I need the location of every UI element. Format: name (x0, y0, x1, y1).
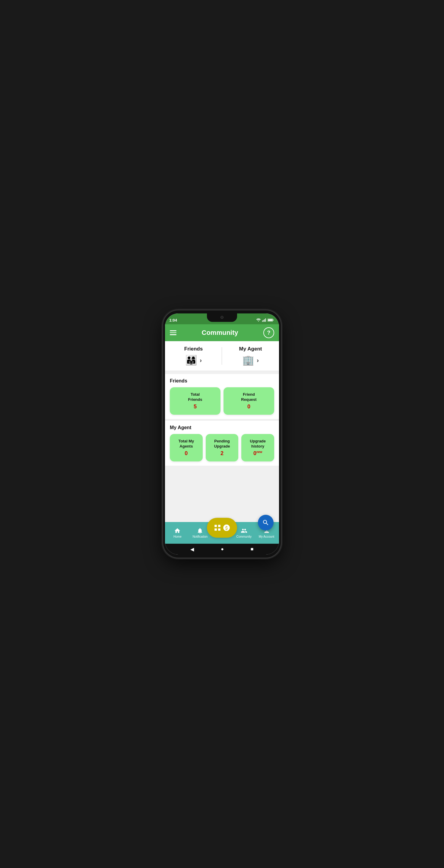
status-icons (256, 318, 273, 322)
agent-icon: 🏢 (242, 354, 254, 366)
wifi-icon (256, 318, 261, 322)
friend-request-value: 0 (247, 404, 250, 410)
nav-account-label: My Account (259, 535, 274, 538)
grid-icon (213, 524, 221, 532)
agent-arrow: › (257, 357, 259, 364)
agent-shortcut[interactable]: My Agent 🏢 › (222, 341, 279, 371)
svg-rect-0 (262, 320, 263, 321)
back-button[interactable]: ◀ (190, 547, 194, 552)
home-button[interactable]: ● (221, 547, 224, 552)
total-friends-label: TotalFriends (188, 392, 202, 402)
total-friends-card[interactable]: TotalFriends 5 (170, 387, 220, 415)
dollar-icon (223, 524, 231, 532)
app-bar-title: Community (202, 329, 238, 337)
phone-screen: 1:04 (165, 313, 279, 555)
phone-frame: 1:04 (163, 310, 281, 558)
agent-cards-row: Total MyAgents 0 PendingUpgrade 2 Upgrad… (170, 434, 274, 461)
bell-icon (197, 527, 203, 534)
grid-nav-item (213, 524, 221, 532)
friends-icon: 👨‍👩‍👧 (185, 354, 197, 366)
friends-shortcut-title: Friends (184, 346, 203, 352)
notch (207, 313, 237, 322)
signal-icon (262, 318, 266, 322)
svg-rect-1 (263, 320, 264, 321)
menu-button[interactable] (170, 330, 176, 335)
friends-cards-row: TotalFriends 5 FriendRequest 0 (170, 387, 274, 415)
help-icon: ? (267, 330, 271, 336)
total-agents-value: 0 (185, 450, 188, 457)
nav-home[interactable]: Home (166, 526, 189, 540)
friends-section: Friends TotalFriends 5 FriendRequest 0 (165, 374, 279, 419)
upgrade-history-card[interactable]: Upgradehistory 0new (241, 434, 274, 461)
gesture-bar: ◀ ● ■ (165, 544, 279, 555)
svg-rect-5 (273, 319, 273, 321)
camera (220, 316, 224, 319)
nav-center-pill[interactable] (207, 518, 237, 538)
community-icon (241, 527, 247, 534)
svg-rect-2 (264, 319, 265, 321)
svg-rect-6 (268, 319, 272, 321)
nav-community-label: Community (236, 535, 251, 538)
friends-arrow: › (200, 357, 202, 364)
total-friends-value: 5 (194, 404, 197, 410)
home-icon (174, 527, 181, 534)
pending-upgrade-label: PendingUpgrade (214, 439, 230, 449)
agent-shortcut-title: My Agent (239, 346, 262, 352)
battery-icon (268, 318, 273, 322)
app-bar: Community ? (165, 324, 279, 341)
upgrade-history-label: Upgradehistory (250, 439, 266, 449)
pending-upgrade-value: 2 (220, 450, 224, 457)
friend-request-label: FriendRequest (241, 392, 256, 402)
nav-notification-label: Notification (193, 535, 208, 538)
pending-upgrade-card[interactable]: PendingUpgrade 2 (206, 434, 239, 461)
search-fab[interactable] (258, 515, 273, 530)
friends-shortcut-bottom: 👨‍👩‍👧 › (185, 354, 202, 366)
friends-section-title: Friends (170, 378, 274, 384)
total-agents-card[interactable]: Total MyAgents 0 (170, 434, 203, 461)
status-time: 1:04 (169, 318, 177, 322)
friend-request-card[interactable]: FriendRequest 0 (224, 387, 274, 415)
upgrade-history-value: 0new (254, 450, 262, 457)
nav-shortcuts: Friends 👨‍👩‍👧 › My Agent 🏢 › (165, 341, 279, 371)
dollar-nav-item (223, 524, 231, 532)
scroll-content: Friends 👨‍👩‍👧 › My Agent 🏢 › Friends (165, 341, 279, 522)
total-agents-label: Total MyAgents (178, 439, 194, 449)
recent-button[interactable]: ■ (250, 547, 254, 552)
help-button[interactable]: ? (263, 327, 274, 338)
nav-home-label: Home (173, 535, 182, 538)
new-badge: new (256, 450, 262, 454)
svg-rect-3 (265, 318, 266, 321)
friends-shortcut[interactable]: Friends 👨‍👩‍👧 › (165, 341, 222, 371)
agent-section: My Agent Total MyAgents 0 PendingUpgrade… (165, 421, 279, 466)
agent-section-title: My Agent (170, 425, 274, 430)
search-fab-icon (262, 519, 269, 526)
agent-shortcut-bottom: 🏢 › (242, 354, 259, 366)
